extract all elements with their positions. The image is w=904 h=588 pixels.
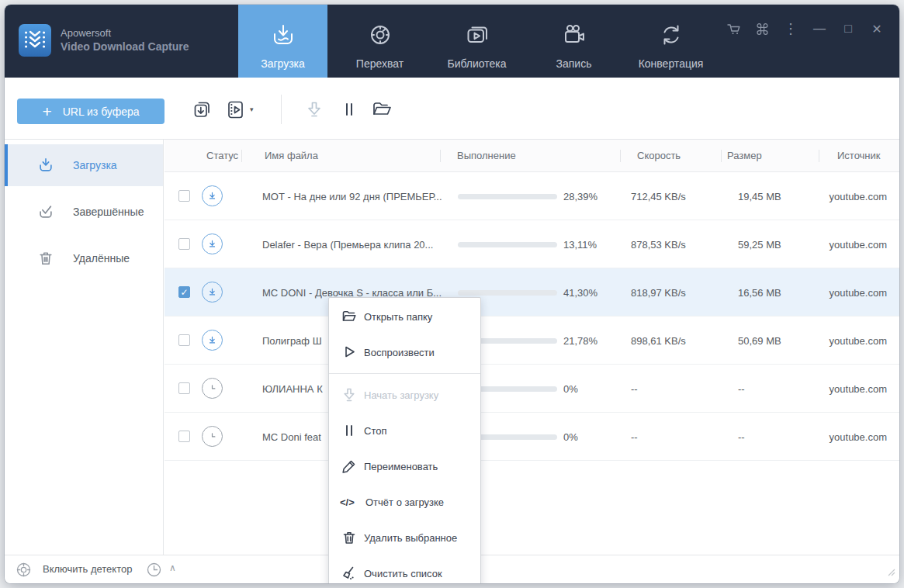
file-name: ЮЛИАННА К bbox=[262, 382, 323, 394]
download-speed: 712,45 KB/s bbox=[631, 190, 686, 202]
downloading-status-icon bbox=[202, 282, 223, 303]
convert-tab-icon bbox=[657, 21, 685, 57]
tab-label: Конвертация bbox=[639, 57, 704, 70]
resize-grip[interactable] bbox=[886, 566, 895, 579]
progress-percent: 0% bbox=[563, 382, 578, 394]
detector-icon[interactable] bbox=[16, 562, 32, 578]
row-checkbox[interactable] bbox=[178, 431, 190, 442]
trash-icon bbox=[37, 250, 54, 267]
row-checkbox[interactable] bbox=[178, 190, 190, 202]
context-menu-item-label: Переименовать bbox=[364, 461, 438, 472]
row-checkbox[interactable]: ✓ bbox=[178, 286, 190, 298]
command-icon[interactable] bbox=[753, 20, 771, 37]
file-size: -- bbox=[738, 431, 745, 442]
file-size: 19,45 MB bbox=[738, 190, 781, 202]
tab-label: Загрузка bbox=[261, 57, 305, 70]
pause-icon bbox=[329, 423, 357, 438]
play-icon bbox=[329, 344, 357, 360]
plus-icon: + bbox=[42, 103, 51, 119]
detector-toggle-label[interactable]: Включить детектор bbox=[43, 563, 132, 575]
progress-bar bbox=[458, 290, 557, 296]
brand-product: Video Download Capture bbox=[61, 40, 189, 54]
tab-label: Библиотека bbox=[447, 57, 506, 70]
context-menu-item[interactable]: Переименовать bbox=[329, 448, 480, 484]
table-row[interactable]: Delafer - Вера (Премьера клипа 20... 13,… bbox=[165, 220, 899, 268]
header-separator bbox=[721, 150, 722, 162]
file-name: МОТ - На дне или 92 дня (ПРЕМЬЕР... bbox=[262, 190, 442, 202]
progress-bar bbox=[458, 194, 557, 199]
col-speed: Скорость bbox=[637, 150, 681, 161]
table-row[interactable]: МОТ - На дне или 92 дня (ПРЕМЬЕР... 28,3… bbox=[165, 172, 899, 220]
progress-percent: 28,39% bbox=[563, 190, 597, 202]
downloads-table: Статус Имя файла Выполнение Скорость Раз… bbox=[165, 140, 899, 555]
schedule-clock-icon[interactable] bbox=[146, 562, 162, 578]
minimize-icon[interactable]: — bbox=[811, 20, 828, 37]
format-dropdown-caret-icon[interactable]: ▾ bbox=[250, 105, 254, 113]
row-checkbox[interactable] bbox=[178, 238, 190, 250]
open-folder-icon[interactable] bbox=[370, 98, 393, 121]
context-menu: Открыть папкуВоспроизвестиНачать загрузк… bbox=[328, 297, 481, 583]
more-icon[interactable]: ⋮ bbox=[782, 20, 799, 37]
sidebar-item-label: Загрузка bbox=[73, 159, 117, 171]
window-controls: ⋮ — □ ✕ bbox=[725, 20, 885, 37]
open-folder-icon bbox=[329, 309, 357, 324]
url-from-clipboard-button[interactable]: + URL из буфера bbox=[17, 99, 165, 124]
context-menu-item[interactable]: Удалить выбранное bbox=[329, 520, 480, 555]
context-menu-item-label: Очистить список bbox=[364, 568, 442, 579]
col-filename: Имя файла bbox=[265, 150, 318, 161]
rename-icon bbox=[329, 458, 357, 474]
downloading-status-icon bbox=[202, 330, 223, 351]
completed-icon bbox=[37, 203, 54, 220]
tab-detect[interactable]: Перехват bbox=[335, 5, 424, 78]
table-row[interactable]: Полиграф Ш 21,78% 898,61 KB/s 50,69 MB y… bbox=[165, 316, 899, 365]
download-speed: 818,97 KB/s bbox=[631, 286, 686, 298]
source-site: youtube.com bbox=[830, 190, 887, 202]
progress-percent: 41,30% bbox=[563, 286, 597, 298]
brand: Apowersoft Video Download Capture bbox=[19, 24, 189, 57]
table-row[interactable]: ЮЛИАННА К 0% -- -- youtube.com bbox=[165, 365, 899, 413]
context-menu-item: Начать загрузку bbox=[329, 377, 480, 413]
context-menu-item[interactable]: Воспроизвести bbox=[329, 334, 480, 370]
tab-library[interactable]: Библиотека bbox=[432, 5, 521, 78]
batch-download-icon[interactable] bbox=[190, 98, 213, 121]
start-download-icon[interactable] bbox=[303, 98, 326, 121]
row-checkbox[interactable] bbox=[178, 334, 190, 346]
table-row[interactable]: MC Doni feat 0% -- -- youtube.com bbox=[165, 413, 899, 461]
downloading-status-icon bbox=[202, 185, 223, 206]
file-size: 16,56 MB bbox=[738, 286, 781, 298]
detect-tab-icon bbox=[366, 21, 394, 57]
context-menu-item[interactable]: </>Отчёт о загрузке bbox=[329, 484, 480, 520]
context-menu-item[interactable]: Открыть папку bbox=[329, 299, 480, 334]
cart-icon[interactable] bbox=[725, 20, 742, 37]
tab-download[interactable]: Загрузка bbox=[238, 5, 327, 78]
context-menu-item[interactable]: Очистить список bbox=[329, 555, 480, 583]
record-tab-icon bbox=[560, 21, 588, 57]
tab-convert[interactable]: Конвертация bbox=[626, 5, 715, 78]
row-checkbox[interactable] bbox=[178, 382, 190, 394]
header-separator bbox=[620, 150, 621, 162]
table-row[interactable]: ✓ MC DONI - Девочка S - класса или Б... … bbox=[165, 268, 899, 316]
col-source: Источник bbox=[837, 150, 881, 161]
download-speed: 878,53 KB/s bbox=[631, 238, 686, 250]
close-icon[interactable]: ✕ bbox=[868, 20, 885, 37]
app-logo-icon bbox=[19, 24, 51, 57]
header-separator bbox=[241, 150, 242, 162]
progress-percent: 0% bbox=[563, 431, 578, 442]
format-file-icon[interactable] bbox=[223, 98, 247, 121]
source-site: youtube.com bbox=[830, 286, 887, 298]
sidebar: Загрузка Завершённые Удалённые bbox=[5, 140, 164, 555]
col-progress: Выполнение bbox=[457, 150, 516, 161]
progress-bar bbox=[458, 242, 557, 247]
chevron-up-icon[interactable]: ∧ bbox=[169, 562, 176, 573]
file-size: 50,69 MB bbox=[738, 334, 781, 346]
context-menu-item[interactable]: Стоп bbox=[329, 413, 480, 448]
maximize-icon[interactable]: □ bbox=[840, 20, 857, 37]
pause-all-icon[interactable] bbox=[338, 98, 361, 121]
sidebar-item-completed[interactable]: Завершённые bbox=[5, 191, 163, 233]
tab-label: Перехват bbox=[356, 57, 404, 70]
tab-record[interactable]: Запись bbox=[529, 5, 618, 78]
sidebar-item-deleted[interactable]: Удалённые bbox=[5, 237, 163, 279]
sidebar-item-downloads[interactable]: Загрузка bbox=[5, 144, 163, 186]
app-window: Apowersoft Video Download Capture Загруз… bbox=[5, 5, 899, 583]
source-site: youtube.com bbox=[830, 238, 887, 250]
